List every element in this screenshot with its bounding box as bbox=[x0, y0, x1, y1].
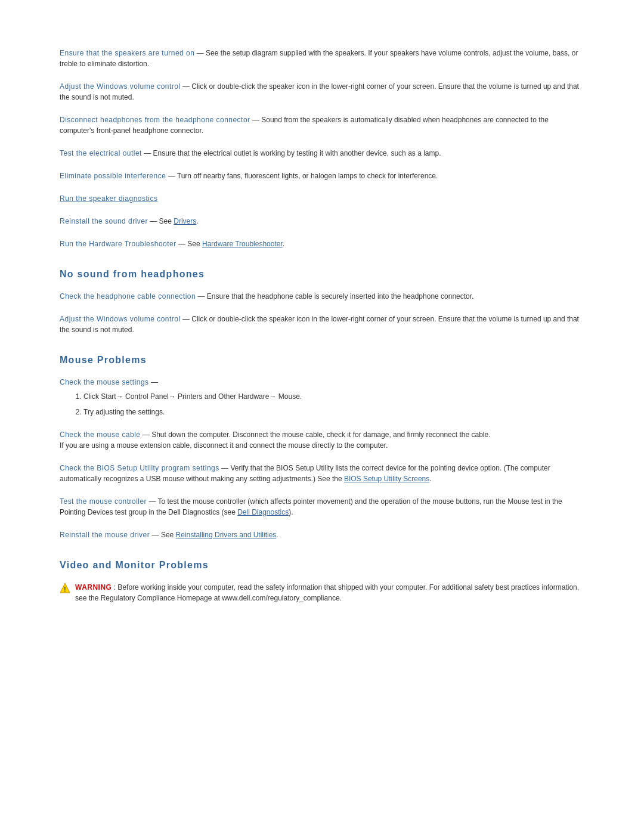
list-item-1: Click Start→ Control Panel→ Printers and… bbox=[83, 391, 584, 402]
warning-label: WARNING bbox=[75, 583, 112, 592]
item-check-mouse-settings: Check the mouse settings — Click Start→ … bbox=[60, 377, 584, 417]
item-body-reinstall-sound-driver: See Drivers. bbox=[159, 217, 199, 225]
item-title-adjust-windows-volume-2: Adjust the Windows volume control bbox=[60, 315, 181, 323]
item-check-bios-setup: Check the BIOS Setup Utility program set… bbox=[60, 463, 584, 484]
page-content: Ensure that the speakers are turned on —… bbox=[60, 48, 584, 603]
mouse-problems-section: Mouse Problems Check the mouse settings … bbox=[60, 353, 584, 540]
warning-text: WARNING : Before working inside your com… bbox=[75, 582, 584, 603]
heading-video-monitor: Video and Monitor Problems bbox=[60, 558, 584, 572]
item-check-mouse-cable: Check the mouse cable — Shut down the co… bbox=[60, 429, 584, 451]
heading-no-sound-headphones: No sound from headphones bbox=[60, 267, 584, 281]
no-sound-headphones-section: No sound from headphones Check the headp… bbox=[60, 267, 584, 335]
item-ensure-speakers-on: Ensure that the speakers are turned on —… bbox=[60, 48, 584, 69]
item-reinstall-sound-driver: Reinstall the sound driver — See Drivers… bbox=[60, 216, 584, 227]
item-body-check-headphone-cable: Ensure that the headphone cable is secur… bbox=[207, 292, 474, 301]
mouse-settings-list: Click Start→ Control Panel→ Printers and… bbox=[83, 391, 584, 417]
item-body-check-mouse-cable: Shut down the computer. Disconnect the m… bbox=[151, 431, 490, 439]
svg-text:!: ! bbox=[64, 586, 66, 593]
link-reinstalling-drivers[interactable]: Reinstalling Drivers and Utilities bbox=[176, 531, 277, 539]
item-run-hardware-troubleshooter: Run the Hardware Troubleshooter — See Ha… bbox=[60, 239, 584, 249]
heading-mouse-problems: Mouse Problems bbox=[60, 353, 584, 367]
item-eliminate-interference: Eliminate possible interference — Turn o… bbox=[60, 171, 584, 181]
list-item-2: Try adjusting the settings. bbox=[83, 407, 584, 417]
item-title-check-mouse-settings: Check the mouse settings bbox=[60, 378, 149, 386]
item-title-check-bios-setup: Check the BIOS Setup Utility program set… bbox=[60, 464, 219, 472]
item-body-run-hardware-troubleshooter: See Hardware Troubleshooter. bbox=[187, 240, 284, 248]
item-reinstall-mouse-driver: Reinstall the mouse driver — See Reinsta… bbox=[60, 529, 584, 540]
warning-box: ! WARNING : Before working inside your c… bbox=[60, 582, 584, 603]
link-dell-diagnostics[interactable]: Dell Diagnostics bbox=[237, 508, 289, 516]
item-title-check-headphone-cable: Check the headphone cable connection bbox=[60, 292, 196, 301]
warning-body: : Before working inside your computer, r… bbox=[75, 583, 579, 602]
warning-icon: ! bbox=[60, 583, 70, 593]
item-run-speaker-diagnostics: Run the speaker diagnostics bbox=[60, 193, 584, 204]
item-test-electrical-outlet: Test the electrical outlet — Ensure that… bbox=[60, 148, 584, 159]
item-check-headphone-cable: Check the headphone cable connection — E… bbox=[60, 291, 584, 302]
item-body-test-electrical-outlet: Ensure that the electrical outlet is wor… bbox=[153, 149, 441, 157]
link-drivers[interactable]: Drivers bbox=[174, 217, 196, 225]
item-title-check-mouse-cable: Check the mouse cable bbox=[60, 431, 140, 439]
link-bios-setup[interactable]: BIOS Setup Utility Screens bbox=[344, 475, 429, 483]
speaker-section: Ensure that the speakers are turned on —… bbox=[60, 48, 584, 249]
item-title-ensure-speakers-on: Ensure that the speakers are turned on bbox=[60, 49, 194, 57]
item-title-reinstall-sound-driver: Reinstall the sound driver bbox=[60, 217, 148, 225]
item-body-reinstall-mouse-driver: See Reinstalling Drivers and Utilities. bbox=[161, 531, 278, 539]
video-monitor-section: Video and Monitor Problems ! WARNING : B… bbox=[60, 558, 584, 603]
item-title-eliminate-interference: Eliminate possible interference bbox=[60, 172, 166, 180]
link-run-speaker-diagnostics[interactable]: Run the speaker diagnostics bbox=[60, 193, 584, 204]
item-test-mouse-controller: Test the mouse controller — To test the … bbox=[60, 496, 584, 518]
item-title-adjust-windows-volume-1: Adjust the Windows volume control bbox=[60, 82, 181, 91]
link-hardware-troubleshooter[interactable]: Hardware Troubleshooter bbox=[202, 240, 283, 248]
item-adjust-windows-volume-1: Adjust the Windows volume control — Clic… bbox=[60, 81, 584, 103]
item-title-test-mouse-controller: Test the mouse controller bbox=[60, 497, 147, 506]
item-disconnect-headphones: Disconnect headphones from the headphone… bbox=[60, 114, 584, 136]
item-body-check-mouse-cable-2: If you are using a mouse extension cable… bbox=[60, 441, 388, 450]
item-title-run-hardware-troubleshooter: Run the Hardware Troubleshooter bbox=[60, 240, 177, 248]
item-adjust-windows-volume-2: Adjust the Windows volume control — Clic… bbox=[60, 314, 584, 335]
item-title-disconnect-headphones: Disconnect headphones from the headphone… bbox=[60, 116, 250, 124]
item-body-eliminate-interference: Turn off nearby fans, fluorescent lights… bbox=[177, 172, 438, 180]
item-title-reinstall-mouse-driver: Reinstall the mouse driver bbox=[60, 531, 150, 539]
item-title-test-electrical-outlet: Test the electrical outlet bbox=[60, 149, 142, 157]
